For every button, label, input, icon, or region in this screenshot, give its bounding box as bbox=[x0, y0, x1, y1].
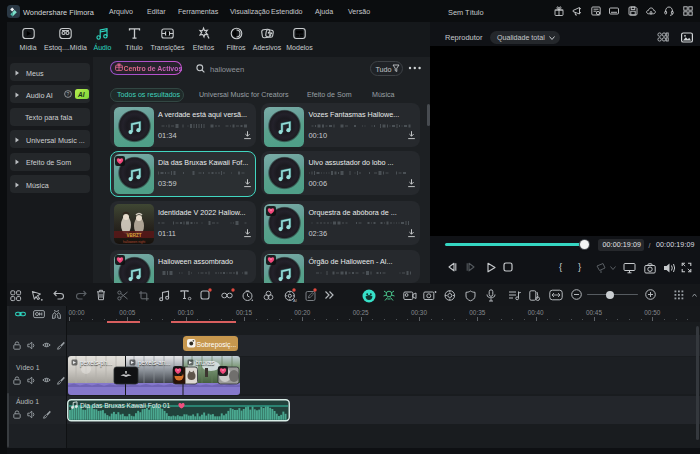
svg-text:VBRZT: VBRZT bbox=[126, 233, 141, 238]
svg-text:AI: AI bbox=[293, 297, 297, 302]
svg-text:halloween night: halloween night bbox=[122, 240, 144, 244]
svg-text:?: ? bbox=[67, 91, 70, 97]
